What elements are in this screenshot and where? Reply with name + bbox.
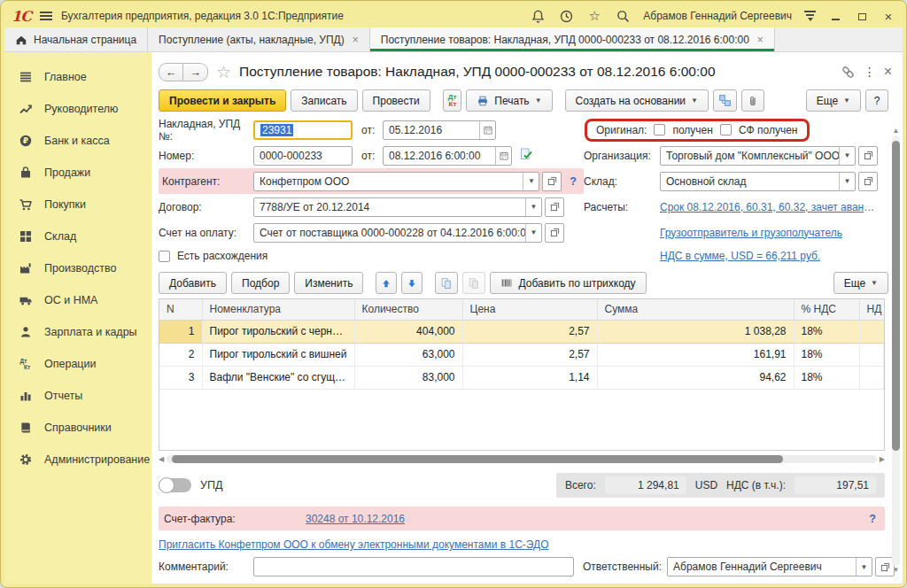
col-sum[interactable]: Сумма — [597, 299, 794, 320]
tab-close-icon[interactable]: × — [757, 34, 764, 46]
move-up-button[interactable] — [376, 272, 397, 294]
table-row[interactable]: 1 Пирог тирольский с черникой 404,000 2,… — [159, 320, 884, 343]
contractor-combo[interactable]: Конфетпром ООО ▼ — [253, 172, 539, 191]
scrollbar-thumb[interactable] — [172, 455, 782, 463]
structure-button[interactable] — [713, 89, 737, 112]
sidebar-item-rukovoditelyu[interactable]: Руководителю — [4, 93, 151, 125]
settlements-link[interactable]: Срок 08.12.2016, 60.31, 60.32, зачет ава… — [660, 201, 878, 213]
sidebar-item-os-nma[interactable]: ОС и НМА — [4, 284, 151, 316]
sidebar-item-zarplata-kadry[interactable]: Зарплата и кадры — [4, 316, 151, 348]
close-document-icon[interactable]: × — [884, 64, 892, 80]
post-and-close-button[interactable]: Провести и закрыть — [159, 89, 286, 112]
attachments-button[interactable] — [741, 89, 764, 112]
paste-row-button[interactable] — [462, 272, 485, 294]
contractor-help-icon[interactable]: ? — [570, 175, 577, 188]
sidebar-item-spravochniki[interactable]: Справочники — [4, 412, 151, 444]
col-vat-percent[interactable]: % НДС — [794, 299, 859, 320]
table-row[interactable]: 3 Вафли "Венские" со сгущенным ... 83,00… — [159, 366, 884, 389]
more-dots-icon[interactable]: ⋮ — [864, 65, 876, 79]
print-button[interactable]: Печать▼ — [466, 89, 552, 112]
items-more-button[interactable]: Еще▼ — [833, 272, 888, 294]
more-button-header[interactable]: Еще▼ — [806, 89, 861, 112]
back-button[interactable]: ← — [159, 63, 183, 81]
search-icon[interactable] — [615, 8, 631, 24]
maximize-button[interactable] — [855, 10, 869, 23]
help-button[interactable]: ? — [865, 89, 888, 112]
dropdown-caret-icon[interactable]: ▼ — [525, 224, 541, 242]
col-price[interactable]: Цена — [462, 299, 597, 320]
sf-link[interactable]: 30248 от 10.12.2016 — [306, 513, 405, 525]
dropdown-caret-icon[interactable]: ▼ — [839, 173, 855, 190]
copy-row-button[interactable] — [435, 272, 458, 294]
dropdown-caret-icon[interactable]: ▼ — [856, 558, 872, 576]
favorites-star-icon[interactable]: ☆ — [586, 8, 602, 24]
sf-received-checkbox[interactable] — [720, 124, 732, 135]
comment-input[interactable] — [253, 557, 574, 576]
table-horizontal-scrollbar[interactable]: ◀ ▶ — [159, 453, 885, 465]
save-button[interactable]: Записать — [291, 89, 357, 112]
consignor-link[interactable]: Грузоотправитель и грузополучатель — [660, 227, 842, 239]
sidebar-item-bank-kassa[interactable]: ₽ Банк и касса — [4, 125, 151, 157]
calendar-icon[interactable] — [495, 147, 511, 165]
col-nomenclature[interactable]: Номенклатура — [202, 299, 354, 320]
pick-button[interactable]: Подбор — [231, 272, 290, 294]
tab-receipts-list[interactable]: Поступление (акты, накладные, УПД) × — [148, 27, 370, 51]
sidebar-item-proizvodstvo[interactable]: Производство — [4, 252, 151, 284]
tab-receipt-document[interactable]: Поступление товаров: Накладная, УПД 0000… — [370, 27, 775, 51]
dropdown-caret-icon[interactable]: ▼ — [525, 198, 541, 216]
sidebar-item-administrirovanie[interactable]: Администрирование — [4, 444, 151, 476]
dropdown-caret-icon[interactable]: ▼ — [523, 173, 539, 190]
contractor-open-button[interactable] — [542, 172, 562, 191]
add-by-barcode-button[interactable]: Добавить по штрихкоду — [490, 272, 646, 294]
organization-combo[interactable]: Торговый дом "Комплексный" ООО ▼ — [660, 146, 856, 166]
upd-toggle[interactable] — [159, 478, 191, 492]
warehouse-combo[interactable]: Основной склад ▼ — [660, 172, 856, 191]
invoice-no-input[interactable]: 23931 — [253, 120, 353, 140]
discrepancy-checkbox[interactable] — [159, 251, 170, 262]
forward-button[interactable]: → — [183, 63, 208, 81]
post-button[interactable]: Провести — [362, 89, 430, 112]
sidebar-item-prodazhi[interactable]: Продажи — [4, 157, 151, 189]
warehouse-open-button[interactable] — [858, 172, 878, 191]
scroll-left-icon[interactable]: ◀ — [159, 455, 164, 463]
original-received-checkbox[interactable] — [654, 124, 665, 135]
table-row[interactable]: 2 Пирог тирольский с вишней 63,000 2,57 … — [159, 343, 884, 366]
sidebar-item-pokupki[interactable]: Покупки — [4, 189, 151, 220]
col-quantity[interactable]: Количество — [354, 299, 462, 320]
close-window-button[interactable]: × — [881, 9, 895, 24]
organization-open-button[interactable] — [858, 146, 878, 166]
responsible-combo[interactable]: Абрамов Геннадий Сергеевич ▼ — [667, 557, 872, 576]
scroll-up-icon[interactable]: ▲ — [893, 127, 900, 135]
calendar-icon[interactable] — [479, 121, 495, 139]
service-menu-icon[interactable] — [804, 11, 816, 20]
doc-date-input[interactable]: 08.12.2016 6:00:00 — [383, 146, 512, 166]
scrollbar-thumb[interactable] — [892, 141, 900, 451]
invoice-for-payment-combo[interactable]: Счет от поставщика 0000-000228 от 04.12.… — [253, 223, 542, 243]
scroll-right-icon[interactable]: ▶ — [880, 455, 885, 463]
change-button[interactable]: Изменить — [294, 272, 363, 294]
contract-combo[interactable]: 7788/УЕ от 20.12.2014 ▼ — [253, 197, 542, 217]
form-vertical-scrollbar[interactable]: ▲ ▼ — [891, 127, 901, 575]
number-input[interactable]: 0000-000233 — [253, 146, 353, 166]
scroll-down-icon[interactable]: ▼ — [893, 566, 900, 575]
tab-home[interactable]: Начальная страница — [4, 27, 148, 51]
show-postings-dtkt-button[interactable]: ДтКт — [443, 89, 462, 112]
favorite-star-icon[interactable]: ☆ — [216, 64, 231, 81]
dropdown-caret-icon[interactable]: ▼ — [839, 147, 855, 165]
create-based-on-button[interactable]: Создать на основании▼ — [565, 89, 709, 112]
main-menu-icon[interactable] — [40, 12, 52, 20]
sidebar-item-otchety[interactable]: Отчеты — [4, 380, 151, 412]
sidebar-item-glavnoe[interactable]: Главное — [4, 61, 151, 93]
invoice-date-input[interactable]: 05.12.2016 — [383, 120, 496, 140]
invoice-for-payment-open-button[interactable] — [545, 223, 564, 243]
sidebar-item-operacii[interactable]: ДтКт Операции — [4, 348, 151, 380]
sidebar-item-sklad[interactable]: Склад — [4, 220, 151, 252]
tab-close-icon[interactable]: × — [353, 34, 359, 46]
minimize-button[interactable] — [828, 10, 842, 23]
sf-help-icon[interactable]: ? — [869, 513, 876, 525]
notifications-bell-icon[interactable] — [530, 8, 546, 24]
contract-open-button[interactable] — [545, 197, 564, 217]
history-clock-icon[interactable] — [558, 8, 574, 24]
add-row-button[interactable]: Добавить — [159, 272, 227, 294]
col-vat[interactable]: НД — [859, 299, 884, 320]
